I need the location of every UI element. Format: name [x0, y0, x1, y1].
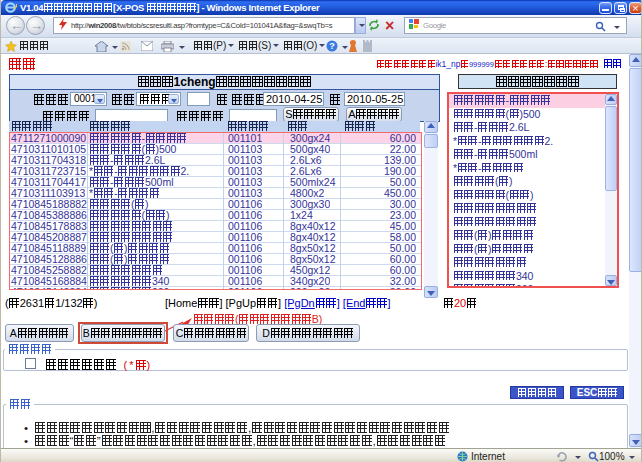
svg-text:?: ? [329, 41, 335, 51]
